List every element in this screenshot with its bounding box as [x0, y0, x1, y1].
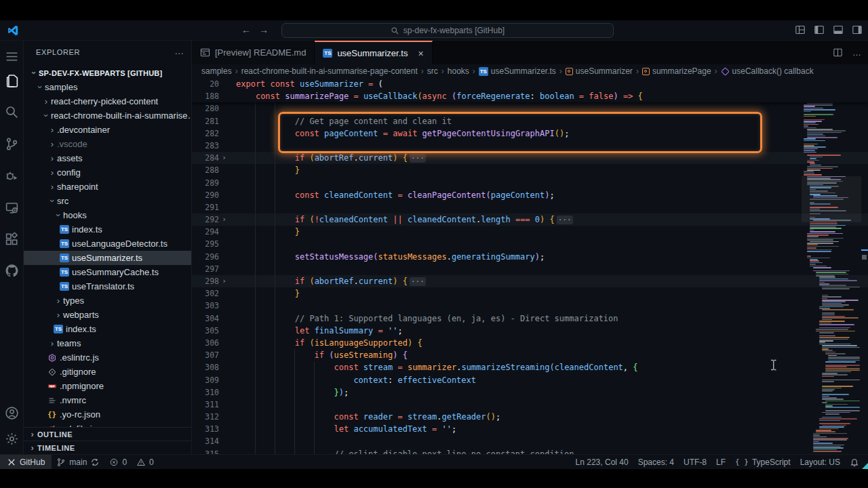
- code-line[interactable]: 292› if (!cleanedContent || cleanedConte…: [192, 214, 868, 226]
- panel-left-icon[interactable]: [814, 24, 825, 35]
- tab--preview-readme-md[interactable]: [Preview] README.md: [192, 41, 315, 64]
- breadcrumb-item[interactable]: react-chrome-built-in-ai-summarise-page-…: [241, 66, 418, 76]
- tree-item-react-chrome-built-in-ai-summarise-[interactable]: ›react-chrome-built-in-ai-summarise…: [24, 108, 191, 123]
- tree-item-usesummarizer-ts[interactable]: TSuseSummarizer.ts: [24, 251, 191, 265]
- split-editor-icon[interactable]: [833, 47, 843, 58]
- code-line[interactable]: 282 const pageContent = await getPageCon…: [192, 127, 868, 140]
- status-bell[interactable]: [845, 455, 864, 469]
- code-line[interactable]: 303: [192, 300, 868, 312]
- code-line[interactable]: 20export const useSummarizer = (: [192, 78, 868, 90]
- code-line[interactable]: 297: [192, 263, 868, 275]
- status-layout-us[interactable]: Layout: US: [795, 455, 845, 469]
- activity-extensions[interactable]: [0, 229, 23, 249]
- code-line[interactable]: 283: [192, 140, 868, 152]
- code-line[interactable]: 291: [192, 201, 868, 214]
- code-line[interactable]: 296 setStatusMessage(statusMessages.gene…: [192, 251, 868, 263]
- tree-item--gitignore[interactable]: .gitignore: [24, 365, 191, 379]
- tree-item-assets[interactable]: ›assets: [24, 151, 191, 165]
- tree-item-sharepoint[interactable]: ›sharepoint: [24, 180, 191, 194]
- breadcrumb-item[interactable]: hooks: [448, 66, 469, 76]
- tree-item--nvmrc[interactable]: .nvmrc: [24, 393, 191, 407]
- fold-chevron-icon[interactable]: ›: [219, 152, 229, 164]
- code-line[interactable]: 188 const summarizePage = useCallback(as…: [192, 90, 868, 102]
- code-line[interactable]: 314: [192, 435, 868, 447]
- status-lf[interactable]: LF: [711, 455, 730, 469]
- code-line[interactable]: 309 context: effectiveContext: [192, 374, 868, 386]
- tree-item-uselanguagedetector-ts[interactable]: TSuseLanguageDetector.ts: [24, 237, 191, 251]
- code-line[interactable]: 308 const stream = summarizer.summarizeS…: [192, 361, 868, 373]
- breadcrumb-item[interactable]: src: [427, 66, 438, 76]
- activity-settings[interactable]: [0, 428, 23, 449]
- tree-item-index-ts[interactable]: TSindex.ts: [24, 322, 191, 336]
- tree-item--devcontainer[interactable]: ›.devcontainer: [24, 123, 191, 137]
- status-utf-8[interactable]: UTF-8: [679, 455, 711, 469]
- nav-back-button[interactable]: ←: [241, 24, 251, 36]
- code-line[interactable]: 280: [192, 102, 868, 115]
- code-line[interactable]: 310 });: [192, 386, 868, 399]
- tree-item-hooks[interactable]: ›hooks: [24, 208, 191, 222]
- overview-ruler[interactable]: [861, 78, 868, 454]
- code-line[interactable]: 305 let finalSummary = '';: [192, 325, 868, 337]
- tree-item-usetranslator-ts[interactable]: TSuseTranslator.ts: [24, 279, 191, 293]
- status-0[interactable]: 0: [132, 455, 159, 469]
- activity-explorer[interactable]: [0, 70, 23, 91]
- activity-search[interactable]: [0, 102, 23, 122]
- activity-accounts[interactable]: [0, 403, 23, 423]
- code-editor[interactable]: 20export const useSummarizer = (188 cons…: [192, 78, 868, 454]
- nav-forward-button[interactable]: →: [259, 24, 269, 36]
- breadcrumb-item[interactable]: samples: [201, 66, 232, 76]
- tree-item-teams[interactable]: ›teams: [24, 336, 191, 350]
- fold-chevron-icon[interactable]: ›: [219, 275, 229, 287]
- status-typescript[interactable]: { }TypeScript: [730, 455, 795, 469]
- tree-item-usesummarycache-ts[interactable]: TSuseSummaryCache.ts: [24, 265, 191, 279]
- code-line[interactable]: 315 // eslint-disable-next-line no-const…: [192, 448, 868, 454]
- minimap[interactable]: [802, 78, 861, 454]
- editor-more-actions-button[interactable]: …: [852, 47, 861, 58]
- panel-bottom-icon[interactable]: [833, 24, 844, 35]
- activity-run-debug[interactable]: [0, 165, 23, 186]
- code-line[interactable]: 289: [192, 177, 868, 189]
- code-line[interactable]: 306 if (isLanguageSupported) {: [192, 337, 868, 349]
- code-line[interactable]: 298› if (abortRef.current) {···: [192, 275, 868, 287]
- status-spaces-4[interactable]: Spaces: 4: [633, 455, 679, 469]
- activity-source-control[interactable]: [0, 134, 23, 154]
- breadcrumb-item[interactable]: useCallback() callback: [721, 66, 814, 76]
- tree-item-samples[interactable]: ›samples: [24, 80, 191, 94]
- activity-github[interactable]: [0, 260, 23, 281]
- code-line[interactable]: 311: [192, 399, 868, 411]
- breadcrumb-item[interactable]: useSummarizer: [566, 66, 633, 76]
- code-line[interactable]: 294 }: [192, 226, 868, 238]
- tree-item--eslintrc-js[interactable]: .eslintrc.js: [24, 350, 191, 365]
- layout-grid-icon[interactable]: [795, 24, 806, 35]
- code-line[interactable]: 304 // Path 1: Supported languages (en, …: [192, 312, 868, 325]
- command-center-search[interactable]: sp-dev-fx-webparts [GitHub]: [281, 23, 614, 38]
- breadcrumb-item[interactable]: summarizePage: [642, 66, 711, 76]
- code-line[interactable]: 307 if (useStreaming) {: [192, 349, 868, 361]
- status-0[interactable]: 0: [104, 455, 132, 469]
- tree-item--npmignore[interactable]: .npmignore: [24, 379, 191, 393]
- code-line[interactable]: 290 const cleanedContent = cleanPageCont…: [192, 189, 868, 201]
- workspace-root-folder[interactable]: › SP-DEV-FX-WEBPARTS [GITHUB]: [24, 66, 191, 80]
- fold-chevron-icon[interactable]: ›: [219, 214, 229, 226]
- code-line[interactable]: 295: [192, 238, 868, 250]
- status-main[interactable]: main: [52, 455, 104, 469]
- explorer-more-actions-button[interactable]: …: [174, 48, 184, 54]
- tree-item-config[interactable]: ›config: [24, 165, 191, 180]
- tree-item--yo-rc-json[interactable]: {}.yo-rc.json: [24, 407, 191, 422]
- code-line[interactable]: 313 let accumulatedText = '';: [192, 423, 868, 435]
- outline-section[interactable]: › OUTLINE: [24, 427, 191, 441]
- tree-item--vscode[interactable]: ›.vscode: [24, 137, 191, 151]
- activity-menu[interactable]: [0, 46, 23, 66]
- tab-close-button[interactable]: ×: [418, 48, 423, 59]
- code-line[interactable]: 312 const reader = stream.getReader();: [192, 411, 868, 423]
- panel-right-icon[interactable]: [852, 24, 863, 35]
- tree-item-index-ts[interactable]: TSindex.ts: [24, 222, 191, 237]
- timeline-section[interactable]: › TIMELINE: [24, 441, 191, 454]
- tree-item-gulpfile-js[interactable]: gulpfile.js: [24, 422, 191, 427]
- tree-item-react-cherry-picked-content[interactable]: ›react-cherry-picked-content: [24, 94, 191, 108]
- activity-remote-explorer[interactable]: [0, 197, 23, 218]
- tree-item-src[interactable]: ›src: [24, 194, 191, 208]
- tree-item-webparts[interactable]: ›webparts: [24, 308, 191, 322]
- code-line[interactable]: 288 }: [192, 164, 868, 176]
- tree-item-types[interactable]: ›types: [24, 293, 191, 308]
